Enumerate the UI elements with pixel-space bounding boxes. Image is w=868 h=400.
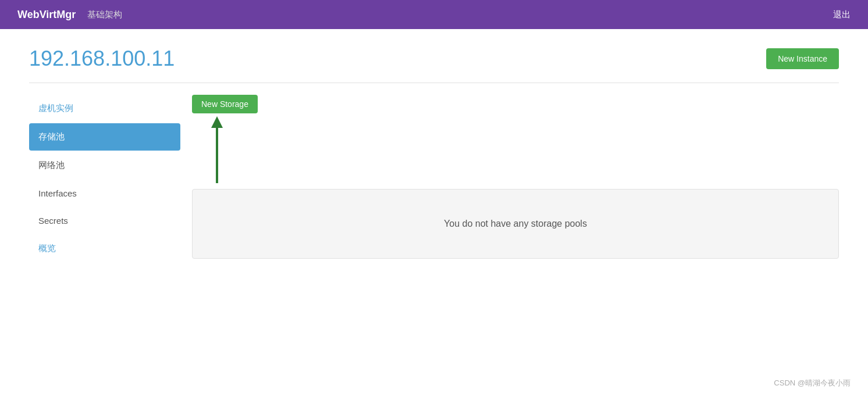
sidebar-item-interfaces[interactable]: Interfaces [29,180,180,206]
sidebar-item-storage-pools[interactable]: 存储池 [29,123,180,151]
navbar-brand: WebVirtMgr [17,9,76,21]
navbar-logout[interactable]: 退出 [833,9,851,20]
storage-pool-empty-message: You do not have any storage pools [444,219,587,228]
content-layout: 虚机实例存储池网络池InterfacesSecrets概览 New Storag… [29,95,839,263]
sidebar: 虚机实例存储池网络池InterfacesSecrets概览 [29,95,180,263]
storage-pool-empty-box: You do not have any storage pools [192,189,839,259]
sidebar-item-network-pools[interactable]: 网络池 [29,152,180,179]
navbar-infra-link[interactable]: 基础架构 [87,9,122,20]
content-area: New Storage You do not have any storage … [180,95,839,263]
navbar-left: WebVirtMgr 基础架构 [17,9,122,21]
arrow-annotation [202,113,232,183]
page-title: 192.168.100.11 [29,47,175,71]
header-divider [29,83,839,83]
new-instance-button[interactable]: New Instance [766,48,839,69]
navbar: WebVirtMgr 基础架构 退出 [0,0,868,29]
footer-text: CSDN @晴湖今夜小雨 [774,378,851,388]
new-storage-button[interactable]: New Storage [192,95,258,113]
page-header: 192.168.100.11 New Instance [29,47,839,71]
sidebar-item-overview[interactable]: 概览 [29,235,180,262]
svg-marker-1 [211,116,223,128]
main-content: 192.168.100.11 New Instance 虚机实例存储池网络池In… [0,29,868,281]
sidebar-item-secrets[interactable]: Secrets [29,208,180,234]
sidebar-item-vm-instances[interactable]: 虚机实例 [29,95,180,122]
